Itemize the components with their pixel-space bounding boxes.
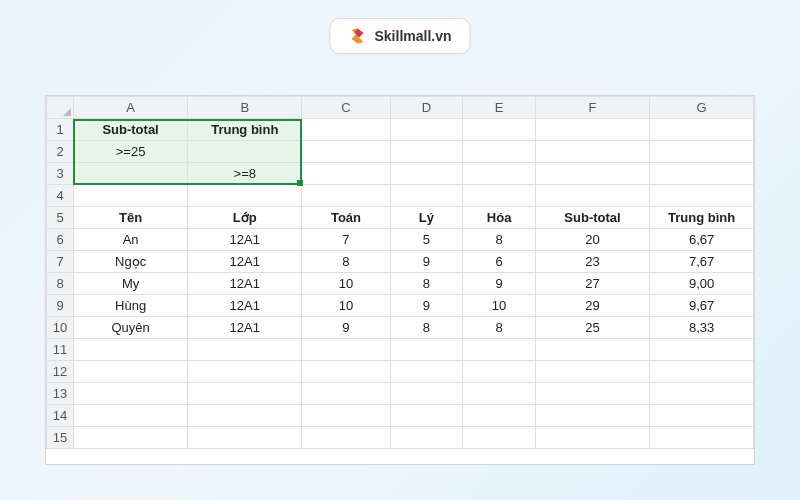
row-header-5[interactable]: 5 <box>47 207 74 229</box>
cell-E14[interactable] <box>463 405 536 427</box>
cell-D11[interactable] <box>390 339 463 361</box>
row-header-2[interactable]: 2 <box>47 141 74 163</box>
cell-G5[interactable]: Trung bình <box>650 207 754 229</box>
cell-F15[interactable] <box>535 427 649 449</box>
cell-D5[interactable]: Lý <box>390 207 463 229</box>
cell-E9[interactable]: 10 <box>463 295 536 317</box>
cell-C2[interactable] <box>302 141 390 163</box>
cell-F6[interactable]: 20 <box>535 229 649 251</box>
cell-C3[interactable] <box>302 163 390 185</box>
cell-E12[interactable] <box>463 361 536 383</box>
cell-A13[interactable] <box>73 383 187 405</box>
cell-E15[interactable] <box>463 427 536 449</box>
row-header-9[interactable]: 9 <box>47 295 74 317</box>
row-header-11[interactable]: 11 <box>47 339 74 361</box>
cell-G10[interactable]: 8,33 <box>650 317 754 339</box>
cell-B15[interactable] <box>188 427 302 449</box>
cell-A3[interactable] <box>73 163 187 185</box>
row-header-4[interactable]: 4 <box>47 185 74 207</box>
col-header-F[interactable]: F <box>535 97 649 119</box>
cell-B10[interactable]: 12A1 <box>188 317 302 339</box>
cell-B1[interactable]: Trung bình <box>188 119 302 141</box>
row-header-3[interactable]: 3 <box>47 163 74 185</box>
cell-E1[interactable] <box>463 119 536 141</box>
cell-E2[interactable] <box>463 141 536 163</box>
col-header-E[interactable]: E <box>463 97 536 119</box>
cell-F7[interactable]: 23 <box>535 251 649 273</box>
cell-F3[interactable] <box>535 163 649 185</box>
cell-D2[interactable] <box>390 141 463 163</box>
cell-E8[interactable]: 9 <box>463 273 536 295</box>
cell-F13[interactable] <box>535 383 649 405</box>
cell-G2[interactable] <box>650 141 754 163</box>
cell-A6[interactable]: An <box>73 229 187 251</box>
cell-F5[interactable]: Sub-total <box>535 207 649 229</box>
cell-A12[interactable] <box>73 361 187 383</box>
cell-D7[interactable]: 9 <box>390 251 463 273</box>
cell-B5[interactable]: Lớp <box>188 207 302 229</box>
col-header-G[interactable]: G <box>650 97 754 119</box>
row-header-7[interactable]: 7 <box>47 251 74 273</box>
cell-B13[interactable] <box>188 383 302 405</box>
cell-C8[interactable]: 10 <box>302 273 390 295</box>
cell-G14[interactable] <box>650 405 754 427</box>
cell-A8[interactable]: My <box>73 273 187 295</box>
spreadsheet[interactable]: A B C D E F G 1 Sub-total Trung bình 2 >… <box>45 95 755 465</box>
cell-A14[interactable] <box>73 405 187 427</box>
cell-F2[interactable] <box>535 141 649 163</box>
cell-B14[interactable] <box>188 405 302 427</box>
cell-D14[interactable] <box>390 405 463 427</box>
row-header-14[interactable]: 14 <box>47 405 74 427</box>
select-all-corner[interactable] <box>47 97 74 119</box>
cell-B11[interactable] <box>188 339 302 361</box>
cell-C15[interactable] <box>302 427 390 449</box>
cell-D6[interactable]: 5 <box>390 229 463 251</box>
row-header-1[interactable]: 1 <box>47 119 74 141</box>
cell-B12[interactable] <box>188 361 302 383</box>
cell-F11[interactable] <box>535 339 649 361</box>
cell-B7[interactable]: 12A1 <box>188 251 302 273</box>
cell-C1[interactable] <box>302 119 390 141</box>
cell-E10[interactable]: 8 <box>463 317 536 339</box>
cell-F9[interactable]: 29 <box>535 295 649 317</box>
cell-G3[interactable] <box>650 163 754 185</box>
cell-G13[interactable] <box>650 383 754 405</box>
cell-D13[interactable] <box>390 383 463 405</box>
cell-G8[interactable]: 9,00 <box>650 273 754 295</box>
col-header-D[interactable]: D <box>390 97 463 119</box>
cell-G11[interactable] <box>650 339 754 361</box>
row-header-12[interactable]: 12 <box>47 361 74 383</box>
cell-D10[interactable]: 8 <box>390 317 463 339</box>
cell-D1[interactable] <box>390 119 463 141</box>
cell-C5[interactable]: Toán <box>302 207 390 229</box>
cell-B8[interactable]: 12A1 <box>188 273 302 295</box>
cell-A9[interactable]: Hùng <box>73 295 187 317</box>
cell-E13[interactable] <box>463 383 536 405</box>
cell-F1[interactable] <box>535 119 649 141</box>
row-header-13[interactable]: 13 <box>47 383 74 405</box>
cell-G15[interactable] <box>650 427 754 449</box>
cell-F4[interactable] <box>535 185 649 207</box>
col-header-C[interactable]: C <box>302 97 390 119</box>
cell-C10[interactable]: 9 <box>302 317 390 339</box>
col-header-A[interactable]: A <box>73 97 187 119</box>
cell-G1[interactable] <box>650 119 754 141</box>
cell-C12[interactable] <box>302 361 390 383</box>
cell-D3[interactable] <box>390 163 463 185</box>
cell-C13[interactable] <box>302 383 390 405</box>
row-header-10[interactable]: 10 <box>47 317 74 339</box>
cell-C11[interactable] <box>302 339 390 361</box>
cell-D9[interactable]: 9 <box>390 295 463 317</box>
cell-E4[interactable] <box>463 185 536 207</box>
cell-G4[interactable] <box>650 185 754 207</box>
row-header-8[interactable]: 8 <box>47 273 74 295</box>
cell-C9[interactable]: 10 <box>302 295 390 317</box>
cell-B2[interactable] <box>188 141 302 163</box>
cell-B6[interactable]: 12A1 <box>188 229 302 251</box>
row-header-6[interactable]: 6 <box>47 229 74 251</box>
cell-D8[interactable]: 8 <box>390 273 463 295</box>
cell-A11[interactable] <box>73 339 187 361</box>
cell-E7[interactable]: 6 <box>463 251 536 273</box>
cell-A4[interactable] <box>73 185 187 207</box>
cell-E6[interactable]: 8 <box>463 229 536 251</box>
